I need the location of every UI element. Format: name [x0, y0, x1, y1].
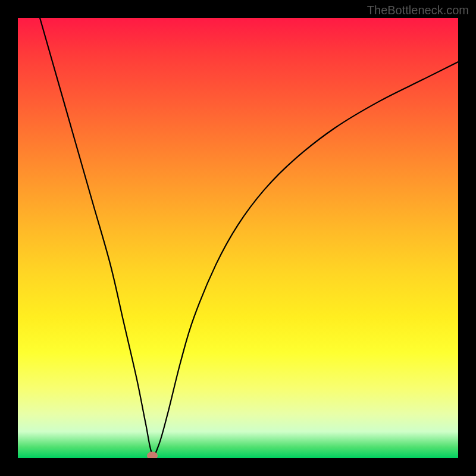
minimum-marker	[147, 452, 158, 458]
watermark-text: TheBottleneck.com	[367, 4, 469, 17]
curve-path	[40, 18, 458, 455]
bottleneck-curve	[18, 18, 458, 458]
chart-plot-area	[18, 18, 458, 458]
